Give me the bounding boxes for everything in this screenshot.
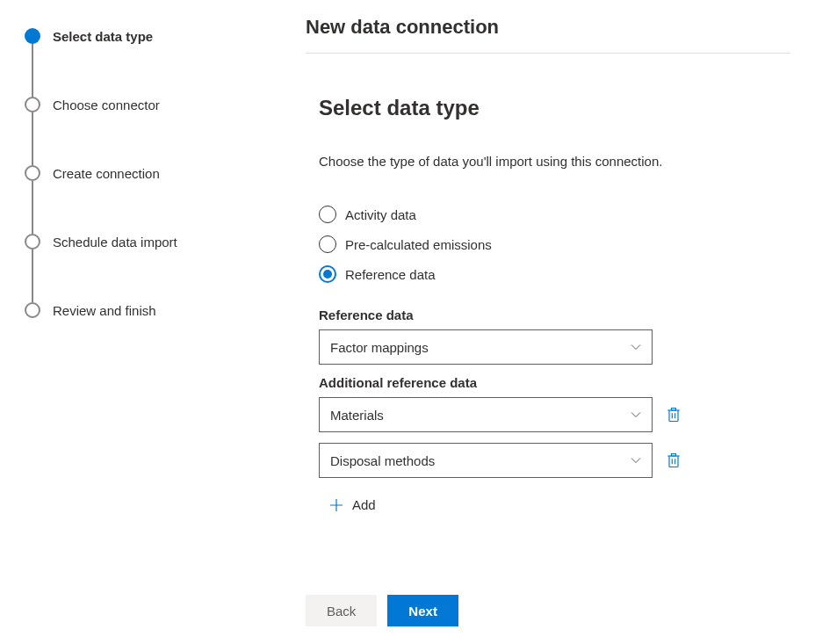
radio-activity-data[interactable]: Activity data <box>319 206 790 223</box>
footer: Back Next <box>306 584 790 626</box>
select-value: Materials <box>330 408 384 423</box>
select-value: Factor mappings <box>330 340 429 355</box>
step-connector <box>32 181 33 234</box>
step-marker-icon <box>25 165 40 181</box>
step-connector <box>32 250 33 302</box>
plus-icon <box>329 498 343 512</box>
additional-select-1[interactable]: Materials <box>319 397 653 432</box>
section-heading: Select data type <box>319 96 790 120</box>
content-area: Select data type Choose the type of data… <box>306 54 790 584</box>
step-schedule-data-import[interactable]: Schedule data import <box>25 234 256 250</box>
next-button[interactable]: Next <box>387 595 458 626</box>
radio-icon <box>319 235 336 253</box>
step-select-data-type[interactable]: Select data type <box>25 28 256 44</box>
step-label: Review and finish <box>53 303 156 318</box>
back-button[interactable]: Back <box>306 595 377 626</box>
step-marker-icon <box>25 234 40 250</box>
radio-pre-calculated-emissions[interactable]: Pre-calculated emissions <box>319 235 790 253</box>
wizard-sidebar: Select data type Choose connector Create… <box>0 0 281 644</box>
chevron-down-icon <box>631 342 641 352</box>
step-marker-icon <box>25 302 40 318</box>
radio-label: Reference data <box>345 267 436 282</box>
step-marker-icon <box>25 97 40 112</box>
radio-reference-data[interactable]: Reference data <box>319 265 790 283</box>
add-button[interactable]: Add <box>319 490 386 519</box>
add-label: Add <box>352 497 376 512</box>
reference-data-label: Reference data <box>319 308 790 322</box>
step-choose-connector[interactable]: Choose connector <box>25 97 256 112</box>
page-title: New data connection <box>306 16 790 39</box>
section-description: Choose the type of data you'll import us… <box>319 152 688 170</box>
trash-icon[interactable] <box>665 451 682 470</box>
step-connector <box>32 44 33 97</box>
additional-reference-data-label: Additional reference data <box>319 375 790 390</box>
chevron-down-icon <box>631 409 641 420</box>
radio-label: Activity data <box>345 207 416 222</box>
step-list: Select data type Choose connector Create… <box>25 28 256 318</box>
radio-icon <box>319 206 336 223</box>
data-type-radio-group: Activity data Pre-calculated emissions R… <box>319 206 790 283</box>
additional-select-2[interactable]: Disposal methods <box>319 443 653 478</box>
select-value: Disposal methods <box>330 453 435 468</box>
step-connector <box>32 112 33 165</box>
step-create-connection[interactable]: Create connection <box>25 165 256 181</box>
trash-icon[interactable] <box>665 405 682 424</box>
reference-data-select[interactable]: Factor mappings <box>319 329 653 365</box>
main-panel: New data connection Select data type Cho… <box>281 0 815 644</box>
page-header: New data connection <box>306 16 790 54</box>
step-label: Schedule data import <box>53 235 177 250</box>
radio-label: Pre-calculated emissions <box>345 237 492 252</box>
step-review-and-finish[interactable]: Review and finish <box>25 302 256 318</box>
chevron-down-icon <box>631 455 641 466</box>
step-label: Select data type <box>53 29 153 44</box>
step-marker-icon <box>25 28 40 44</box>
step-label: Create connection <box>53 166 160 181</box>
step-label: Choose connector <box>53 98 160 112</box>
radio-icon <box>319 265 336 283</box>
